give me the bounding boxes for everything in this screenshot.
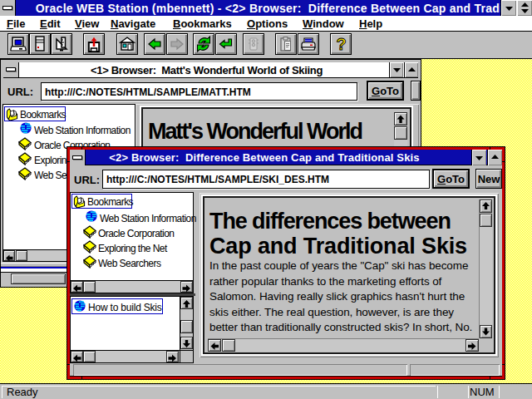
svg-text:?: ? [336, 36, 346, 52]
